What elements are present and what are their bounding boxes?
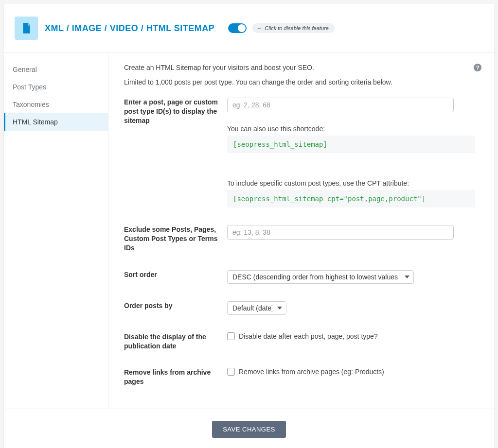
disable-date-checkbox[interactable]: [227, 332, 235, 340]
sidebar-item-label: Post Types: [13, 83, 46, 91]
disable-date-checkbox-label: Disable date after each post, page, post…: [239, 332, 378, 340]
shortcode-1: [seopress_html_sitemap]: [227, 136, 475, 153]
page-title: XML / IMAGE / VIDEO / HTML SITEMAP: [45, 23, 214, 34]
shortcode-desc-2: To include specific custom post types, u…: [227, 179, 479, 187]
remove-links-checkbox[interactable]: [227, 368, 235, 376]
exclude-ids-label: Exclude some Posts, Pages, Custom Post T…: [124, 225, 227, 253]
form-footer: SAVE CHANGES: [4, 409, 494, 448]
sort-order-label: Sort order: [124, 270, 227, 279]
order-by-select[interactable]: Default (date): [227, 301, 286, 315]
sidebar-item-general[interactable]: General: [4, 61, 108, 78]
shortcode-2: [seopress_html_sitemap cpt="post,page,pr…: [227, 190, 475, 207]
intro-line-2: Limited to 1,000 posts per post type. Yo…: [124, 78, 479, 86]
sidebar-item-label: General: [13, 66, 37, 73]
sidebar-item-label: Taxonomies: [13, 101, 49, 108]
page-header: XML / IMAGE / VIDEO / HTML SITEMAP ← Cli…: [4, 4, 494, 53]
toggle-hint: ← Click to disable this feature: [252, 23, 334, 33]
sidebar-item-taxonomies[interactable]: Taxonomies: [4, 96, 108, 113]
remove-links-checkbox-label: Remove links from archive pages (eg: Pro…: [239, 368, 384, 376]
save-button[interactable]: SAVE CHANGES: [212, 421, 286, 438]
sidebar-item-html-sitemap[interactable]: HTML Sitemap: [4, 113, 108, 131]
sidebar-item-label: HTML Sitemap: [13, 118, 58, 126]
intro-line-1: Create an HTML Sitemap for your visitors…: [124, 64, 479, 71]
help-icon[interactable]: ?: [474, 64, 481, 71]
sort-order-select[interactable]: DESC (descending order from highest to l…: [227, 270, 414, 284]
arrow-left-icon: ←: [256, 25, 262, 31]
disable-date-label: Disable the display of the publication d…: [124, 332, 227, 351]
toggle-hint-label: Click to disable this feature: [265, 25, 328, 31]
settings-content: ? Create an HTML Sitemap for your visito…: [108, 53, 494, 409]
settings-sidebar: General Post Types Taxonomies HTML Sitem…: [4, 53, 108, 409]
sidebar-item-post-types[interactable]: Post Types: [4, 78, 108, 96]
order-by-label: Order posts by: [124, 301, 227, 310]
exclude-ids-input[interactable]: [227, 225, 454, 240]
feature-toggle[interactable]: [228, 23, 247, 33]
display-ids-label: Enter a post, page or custom post type I…: [124, 98, 227, 125]
shortcode-desc-1: You can also use this shortcode:: [227, 125, 479, 133]
remove-links-label: Remove links from archive pages: [124, 368, 227, 386]
display-ids-input[interactable]: [227, 98, 454, 112]
sitemap-icon: [15, 17, 38, 40]
